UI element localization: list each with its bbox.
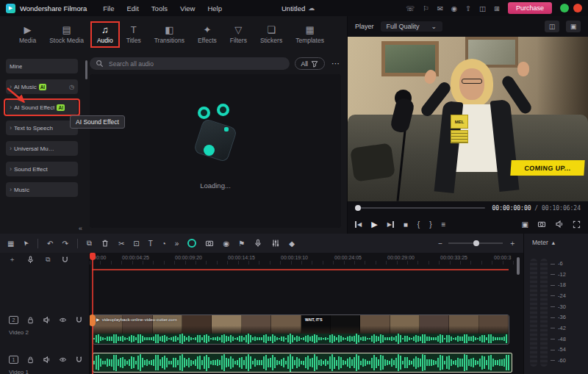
mark-out-button[interactable]: } [429,220,431,229]
timeline-scrollbar[interactable] [517,257,520,275]
history-icon[interactable]: ◷ [69,84,74,90]
tab-transitions[interactable]: ◧Transitions [150,23,189,46]
sidebar-item-universal-music[interactable]: ›Universal Music [6,141,78,156]
search-input[interactable] [107,60,284,68]
more-options-button[interactable]: ⋯ [330,59,341,68]
tab-audio[interactable]: ♫ Audio [93,23,118,46]
menu-help[interactable]: Help [207,4,222,12]
mark-in-button[interactable]: { [417,220,420,229]
camera-snapshot-button[interactable] [537,220,546,229]
project-name[interactable]: Untitled [282,4,305,12]
record-screen-button[interactable]: ◉ [223,240,229,248]
ai-feature-button[interactable] [187,239,196,248]
mute-icon[interactable] [43,316,51,324]
split-button[interactable]: ✂ [118,240,124,248]
hide-icon[interactable] [59,356,67,364]
undo-button[interactable]: ↶ [47,240,53,248]
sidebar-item-mine[interactable]: Mine [6,59,78,73]
audio-mixer-button[interactable] [271,239,280,248]
timeline-tracks[interactable]: 00:00 00:00:04:25 00:00:09:20 00:00:14:1… [90,253,523,374]
filter-all-button[interactable]: All [295,57,325,70]
text-tool-button[interactable]: T [148,240,153,248]
add-track-icon[interactable]: ＋ [9,255,15,265]
timeline-ruler[interactable]: 00:00 00:00:04:25 00:00:09:20 00:00:14:1… [90,253,523,265]
whats-new-icon[interactable]: ⚐ [423,4,429,12]
magnet-icon[interactable] [75,316,83,324]
media-panel-toggle-icon[interactable]: ▦ [7,240,14,248]
feedback-icon[interactable]: ✉ [437,4,443,12]
tab-stickers[interactable]: ❏Stickers [256,23,287,46]
marker-button[interactable]: ⚑ [238,240,245,248]
previous-frame-button[interactable]: ◀ [355,221,362,228]
apps-grid-icon[interactable]: ⊞ [494,4,500,12]
search-box[interactable] [90,57,290,70]
menu-edit[interactable]: Edit [126,4,138,12]
tab-effects[interactable]: ✦Effects [193,23,221,46]
meter-header[interactable]: Meter ▴ [532,239,555,246]
next-frame-button[interactable]: ▶ [387,221,394,228]
video-preview[interactable]: MEL COMING UP... [348,37,588,201]
zoom-slider[interactable] [448,242,503,244]
chroma-key-button[interactable] [205,239,214,248]
fullscreen-button[interactable] [573,220,581,229]
tab-templates[interactable]: ▦Templates [291,23,329,46]
magnet-snap-icon[interactable] [61,256,69,264]
hide-icon[interactable] [59,316,67,324]
delete-button[interactable] [101,239,110,248]
notification-badge[interactable] [573,4,582,12]
coming-up-banner: COMING UP... [510,160,584,176]
sidebar-item-sound-effect[interactable]: ›Sound Effect [6,162,78,176]
cloud-sync-icon[interactable]: ☁ [308,4,315,12]
crop-button[interactable]: ⊡ [133,240,139,248]
progress-knob[interactable] [355,205,361,211]
stop-button[interactable]: ■ [404,220,408,229]
compare-view-button[interactable]: ◫ [545,21,559,32]
menu-tools[interactable]: Tools [151,4,168,12]
zoom-knob[interactable] [473,240,479,246]
menu-file[interactable]: File [103,4,114,12]
screen-record-icon[interactable]: ◉ [451,4,457,12]
tab-filters[interactable]: ▽Filters [226,23,251,46]
mirror-to-phone-icon[interactable]: ☏ [406,4,415,12]
speaker-mute-button[interactable] [555,220,564,229]
playhead-marker[interactable] [90,253,96,260]
voiceover-track-icon[interactable] [26,256,35,264]
more-tools-button[interactable]: » [175,240,179,248]
snapshot-frame-button[interactable]: ▣ [522,220,528,229]
mute-icon[interactable] [43,356,51,364]
voiceover-button[interactable] [254,239,262,248]
roll-edit-button[interactable]: ⧉ [87,239,92,248]
menu-view[interactable]: View [180,4,195,12]
tab-titles[interactable]: TTitles [122,23,146,46]
mini-player-button[interactable]: ▣ [566,21,581,32]
purchase-button[interactable]: Purchase [508,2,552,14]
magnet-icon[interactable] [75,356,83,364]
sidebar-item-text-to-speech[interactable]: ›Text to Speech [6,121,78,135]
progress-slider[interactable] [355,207,485,209]
sidebar-scrollbar[interactable] [85,60,87,79]
link-clips-icon[interactable]: ⧉ [46,256,50,264]
tab-stock-media[interactable]: ▤Stock Media [45,23,88,46]
zoom-out-button[interactable]: − [438,240,442,248]
sidebar-collapse-button[interactable]: « [79,225,82,232]
meter-collapse-icon[interactable]: ▴ [552,239,555,246]
audio-clip[interactable] [93,353,512,373]
play-button[interactable]: ▶ [371,220,377,229]
tab-media[interactable]: ▶Media [15,23,40,46]
level-menu-button[interactable]: ≡ [442,220,446,229]
quality-select[interactable]: Full Quality ⌄ [381,21,443,32]
select-tool-icon[interactable]: ➤ [21,239,31,248]
redo-button[interactable]: ↷ [62,240,68,248]
playhead-handle[interactable] [90,314,96,326]
lock-icon[interactable] [26,356,35,364]
zoom-in-button[interactable]: ＋ [509,238,516,248]
video-clip[interactable]: ▶ videoplayback-online-video-cutter.com … [93,314,509,345]
workspace-layout-icon[interactable]: ◫ [479,4,486,12]
playhead[interactable] [92,253,93,374]
export-icon[interactable]: ⇪ [465,4,471,12]
lock-icon[interactable] [26,316,35,324]
user-avatar[interactable] [560,4,569,12]
keyframe-button[interactable]: ◆ [289,240,295,248]
sidebar-item-music[interactable]: ›Music [6,182,78,197]
speed-button[interactable]: ◔ [162,240,166,248]
